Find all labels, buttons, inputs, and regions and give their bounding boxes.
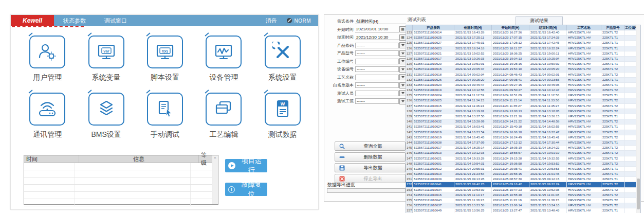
- table-row-133[interactable]: 13352256721110106232021/11/24 09:46:4720…: [406, 83, 636, 88]
- table-row-150[interactable]: 15052256721110106132021/11/24 21:23:5420…: [406, 172, 636, 177]
- table-row-157[interactable]: 15752250721110106492021/11/25 13:56:2520…: [406, 208, 636, 213]
- table-row-141[interactable]: 14152256721110106242021/11/24 16:03:4120…: [406, 125, 636, 130]
- row-number: 137: [406, 104, 413, 109]
- tile-communication-management[interactable]: [29, 93, 65, 126]
- filter-input-product-barcode[interactable]: ------: [355, 43, 399, 48]
- table-row-129[interactable]: 12952256721110106202021/11/23 19:51:0120…: [406, 62, 636, 67]
- cell: 2021/11/24 16:22:47: [529, 130, 567, 135]
- table-row-142[interactable]: 14252256721110106192021/11/24 16:23:5420…: [406, 130, 636, 135]
- table-row-146[interactable]: 14652256721110106132021/11/24 19:12:1520…: [406, 151, 636, 156]
- filter-input-whitelist-version[interactable]: ------: [355, 82, 399, 88]
- table-row-126[interactable]: 12652250721110106232021/11/23 18:34:1820…: [406, 46, 636, 51]
- cell: [625, 177, 636, 182]
- table-row-149[interactable]: 14952256721110106122021/11/24 20:55:3120…: [406, 167, 636, 172]
- cell: 2021/11/24 11:15:14: [492, 98, 529, 103]
- table-row-128[interactable]: 12852256721110106172021/11/23 19:26:3320…: [406, 57, 636, 62]
- table-row-139[interactable]: 13952250721110106272021/11/24 13:37:5020…: [406, 114, 636, 119]
- cell: 2021/11/23 19:26:33: [454, 57, 492, 61]
- filter-input-filter-criteria[interactable]: 创建时间(H): [355, 19, 406, 24]
- cell: 2021/11/24 20:35:41: [492, 167, 529, 171]
- table-row-124[interactable]: 12452256721110106252021/11/23 17:25:1120…: [406, 36, 636, 41]
- table-header-col-3[interactable]: 开始时间(H): [492, 25, 529, 30]
- table-row-155[interactable]: 15552256721110106432021/11/25 11:38:2320…: [406, 198, 636, 203]
- tile-manual-debug[interactable]: [147, 93, 183, 126]
- query-all-button[interactable]: 查询全部: [335, 141, 406, 151]
- filter-input-end-time[interactable]: 2021/12/30 10:30: [355, 34, 399, 40]
- table-scrollbar[interactable]: [636, 25, 640, 213]
- table-row-125[interactable]: 12552256721110106272021/11/23 17:45:3120…: [406, 41, 636, 46]
- table-row-143[interactable]: 14352250721110106192021/11/24 16:45:4520…: [406, 135, 636, 140]
- log-row-empty[interactable]: [24, 163, 212, 170]
- log-row-empty[interactable]: [24, 177, 212, 185]
- table-header-col-5[interactable]: 工艺名称: [567, 25, 601, 30]
- cell: HRV225KTL HV: [567, 51, 601, 56]
- tools-icon: [272, 42, 293, 62]
- filter-input-product-model[interactable]: ------: [355, 50, 399, 56]
- cell: 5225672111010625: [413, 98, 454, 103]
- log-row-empty[interactable]: [24, 185, 212, 192]
- table-row-136[interactable]: 13652256721110106252021/11/24 11:34:1520…: [406, 98, 636, 103]
- log-row-empty[interactable]: [24, 170, 212, 177]
- table-row-134[interactable]: 13452256721110106192021/11/24 10:12:5520…: [406, 88, 636, 93]
- log-row-empty[interactable]: [24, 199, 212, 206]
- table-row-140[interactable]: 14052250721110106322021/11/24 15:28:0920…: [406, 119, 636, 125]
- table-row-152[interactable]: 15252250721110106412021/11/25 09:42:2320…: [406, 182, 636, 187]
- table-header-col-1[interactable]: 产品条码: [413, 25, 454, 30]
- row-number: 123: [406, 30, 413, 35]
- table-header-col-4[interactable]: 结束时间(H): [529, 25, 567, 30]
- export-data-button[interactable]: 导出数据: [335, 163, 406, 172]
- table-row-127[interactable]: 12752250721110106212021/11/23 19:02:5220…: [406, 51, 636, 57]
- export-icon: [339, 165, 345, 171]
- cell: HRV225KTL HV: [567, 67, 601, 72]
- cell: 225KTL T1: [601, 208, 625, 213]
- table-row-131[interactable]: 13152250721110106182021/11/24 09:02:0420…: [406, 73, 636, 78]
- table-header-col-7[interactable]: 工位编号: [625, 25, 636, 30]
- tile-system-variables[interactable]: var: [88, 36, 124, 68]
- mute-button[interactable]: 消音: [265, 17, 277, 25]
- table-row-148[interactable]: 14852250721110106012021/11/24 19:54:3120…: [406, 162, 636, 167]
- cell: 5225672111010613: [413, 151, 454, 155]
- cell: 2021/11/25 11:22:19: [492, 198, 529, 203]
- table-header-col-0[interactable]: [406, 25, 413, 30]
- filter-input-process-name[interactable]: [355, 75, 399, 80]
- tile-device-management[interactable]: [206, 36, 242, 68]
- filter-input-device-number[interactable]: ------: [355, 66, 399, 72]
- delete-data-button[interactable]: 删除数据: [335, 152, 406, 162]
- filter-input-tester[interactable]: [355, 91, 399, 96]
- table-row-145[interactable]: 14552256721110106172021/11/24 18:25:1420…: [406, 146, 636, 151]
- table-row-153[interactable]: 15352250721110106342021/11/25 10:53:3920…: [406, 188, 636, 193]
- table-row-138[interactable]: 13852256721110106222021/11/24 13:19:0120…: [406, 109, 636, 114]
- table-row-156[interactable]: 15652250721110106372021/11/25 13:23:5820…: [406, 203, 636, 208]
- log-scrollbar[interactable]: ^: [212, 155, 218, 204]
- tile-bms-settings[interactable]: [88, 93, 124, 126]
- tile-user-management[interactable]: [29, 36, 65, 68]
- tile-script-settings[interactable]: f(x): [147, 36, 183, 68]
- table-scrollbar-thumb[interactable]: [637, 179, 640, 209]
- table-row-132[interactable]: 13252256721110106262021/11/24 09:25:2020…: [406, 78, 636, 83]
- test-result-button[interactable]: 测试结果: [516, 16, 563, 25]
- table-row-130[interactable]: 13052250721110106162021/11/23 20:05:3720…: [406, 67, 636, 72]
- table-header-col-6[interactable]: 产品型号: [601, 25, 625, 30]
- filter-input-test-fixture[interactable]: ------: [355, 98, 399, 104]
- tile-test-data[interactable]: W: [265, 93, 301, 126]
- log-row-empty[interactable]: [24, 192, 212, 199]
- tile-process-editor[interactable]: [206, 93, 242, 126]
- table-row-147[interactable]: 14752250721110106212021/11/24 19:33:2820…: [406, 156, 636, 162]
- project-run-button[interactable]: 项目运行: [225, 159, 267, 172]
- fault-reset-button[interactable]: ! 故障复位: [225, 183, 267, 196]
- table-row-154[interactable]: 15452256721110106162021/11/25 11:14:1720…: [406, 193, 636, 198]
- cell: 225KTL T1: [601, 83, 625, 87]
- table-row-151[interactable]: 15152256721110106392021/11/25 09:13:2820…: [406, 177, 636, 182]
- table-row-135[interactable]: 13552250721110106242021/11/24 11:12:5920…: [406, 93, 636, 98]
- filter-input-start-time[interactable]: 2021/01/01 10:00: [355, 27, 399, 32]
- filter-input-station-number[interactable]: [355, 59, 399, 64]
- table-row-137[interactable]: 13752256721110106152021/11/24 11:46:2420…: [406, 104, 636, 109]
- tab-status-parameters[interactable]: 状态参数: [54, 17, 95, 25]
- table-row-123[interactable]: 12352250721110106142021/11/23 16:43:2820…: [406, 30, 636, 36]
- tile-system-settings[interactable]: [265, 36, 301, 68]
- table-row-144[interactable]: 14452250721110106382021/11/24 17:37:0920…: [406, 140, 636, 146]
- cell: 2021/11/23 17:07:15: [492, 36, 529, 40]
- table-header-col-2[interactable]: 创建时间(H): [454, 25, 492, 30]
- brand-tab-kewell[interactable]: Kewell: [11, 15, 54, 26]
- tab-debug-window[interactable]: 调试窗口: [95, 17, 136, 25]
